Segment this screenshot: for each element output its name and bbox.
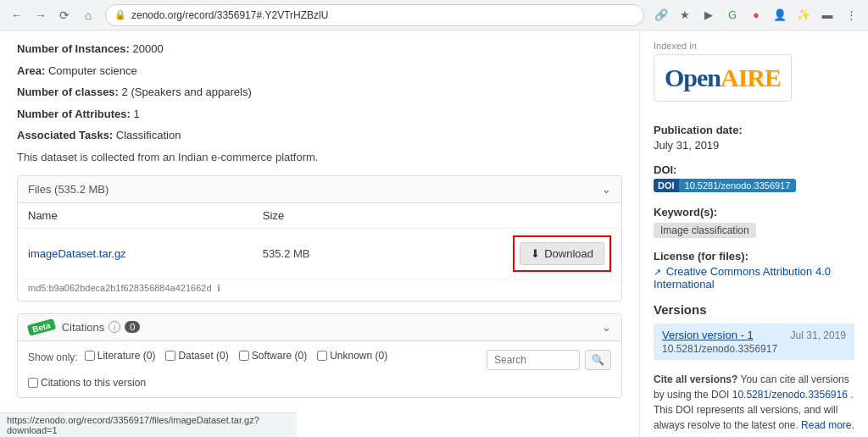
share-icon[interactable]: 🔗 bbox=[651, 5, 671, 25]
keywords-section: Keyword(s): Image classification bbox=[654, 206, 854, 238]
version-name-link[interactable]: Version version - 1 bbox=[662, 329, 754, 341]
forward-button[interactable]: → bbox=[31, 5, 51, 25]
filter-dataset-checkbox[interactable] bbox=[165, 351, 175, 361]
col-name-header: Name bbox=[18, 203, 253, 229]
filter-literature-label: Literature (0) bbox=[97, 350, 156, 362]
attributes-value: 1 bbox=[133, 108, 139, 120]
license-text: Creative Commons Attribution 4.0 Interna… bbox=[654, 265, 831, 290]
citations-title: Citations i 0 bbox=[62, 321, 141, 334]
cite-to-version-label: Citations to this version bbox=[41, 377, 146, 389]
download-cell: ⬇ Download bbox=[387, 228, 621, 279]
version-doi: 10.5281/zenodo.3356917 bbox=[662, 343, 846, 355]
status-url: https://zenodo.org/record/3356917/files/… bbox=[7, 415, 259, 435]
indexed-in-label: Indexed in bbox=[654, 41, 854, 51]
download-label: Download bbox=[544, 247, 593, 260]
tasks-value: Classification bbox=[116, 129, 181, 141]
beta-badge: Beta bbox=[27, 318, 56, 336]
citations-collapse-icon[interactable]: ⌄ bbox=[602, 321, 611, 334]
address-bar[interactable]: 🔒 zenodo.org/record/3356917#.Y2VTrHZBzlU bbox=[105, 4, 644, 26]
table-row: imageDataset.tar.gz 535.2 MB ⬇ Download bbox=[18, 228, 621, 279]
cite-to-version-checkbox[interactable] bbox=[28, 378, 38, 388]
doi-badge[interactable]: DOI 10.5281/zenodo.3356917 bbox=[654, 179, 796, 192]
extension-icon-6[interactable]: ▬ bbox=[817, 5, 837, 25]
tasks-label: Associated Tasks: bbox=[17, 129, 113, 141]
license-link[interactable]: ↗ Creative Commons Attribution 4.0 Inter… bbox=[654, 265, 831, 290]
citations-search-input[interactable] bbox=[487, 350, 580, 370]
doi-section: DOI: DOI 10.5281/zenodo.3356917 bbox=[654, 163, 854, 194]
citations-info-icon[interactable]: i bbox=[108, 321, 120, 333]
pub-date-value: July 31, 2019 bbox=[654, 139, 854, 152]
files-panel: Files (535.2 MB) ⌄ Name Size imageDatase… bbox=[17, 175, 622, 301]
download-highlight: ⬇ Download bbox=[513, 235, 611, 272]
citations-body: Show only: Literature (0) Dataset (0) bbox=[18, 341, 621, 397]
md5-text: md5:b9a062bdeca2b1f628356884a421662d bbox=[28, 283, 212, 293]
read-more-link[interactable]: Read more. bbox=[801, 419, 854, 431]
menu-icon[interactable]: ⋮ bbox=[841, 5, 861, 25]
indexed-in-section: Indexed in OpenAIRE bbox=[654, 41, 854, 112]
classes-line: Number of classes: 2 (Speakers and appar… bbox=[17, 84, 622, 101]
files-header[interactable]: Files (535.2 MB) ⌄ bbox=[18, 176, 621, 203]
area-line: Area: Computer science bbox=[17, 63, 622, 80]
cite-all-label: Cite all versions? bbox=[654, 373, 737, 385]
file-size-cell: 535.2 MB bbox=[253, 228, 387, 279]
version-row: Version version - 1 Jul 31, 2019 bbox=[662, 329, 846, 341]
citations-search-button[interactable]: 🔍 bbox=[585, 350, 611, 370]
citations-header-left: Beta Citations i 0 bbox=[28, 321, 140, 334]
filter-options: Literature (0) Dataset (0) Software (0) bbox=[85, 350, 480, 362]
doi-badge-label: DOI bbox=[654, 179, 679, 192]
extension-icon-4[interactable]: 👤 bbox=[770, 5, 790, 25]
filter-software[interactable]: Software (0) bbox=[239, 350, 307, 362]
pub-date-label: Publication date: bbox=[654, 124, 854, 136]
openaire-logo: OpenAIRE bbox=[654, 54, 792, 102]
description-text: This dataset is collected from an Indian… bbox=[17, 151, 622, 163]
citations-panel: Beta Citations i 0 ⌄ Show only: Literat bbox=[17, 313, 622, 398]
reload-button[interactable]: ⟳ bbox=[54, 5, 75, 25]
filter-software-label: Software (0) bbox=[252, 350, 307, 362]
back-button[interactable]: ← bbox=[7, 5, 27, 25]
citations-header[interactable]: Beta Citations i 0 ⌄ bbox=[18, 314, 621, 341]
nav-buttons: ← → ⟳ ⌂ bbox=[7, 5, 98, 25]
page-layout: Number of Instances: 20000 Area: Compute… bbox=[0, 30, 868, 437]
citations-label: Citations bbox=[62, 321, 105, 334]
doi-label: DOI: bbox=[654, 163, 854, 176]
extension-icon-3[interactable]: ● bbox=[746, 5, 766, 25]
bookmark-icon[interactable]: ★ bbox=[675, 5, 695, 25]
extension-icon-5[interactable]: ✨ bbox=[793, 5, 814, 25]
version-date: Jul 31, 2019 bbox=[791, 329, 846, 341]
download-button[interactable]: ⬇ Download bbox=[520, 242, 604, 265]
version-item: Version version - 1 Jul 31, 2019 10.5281… bbox=[654, 324, 854, 360]
attributes-line: Number of Attributes: 1 bbox=[17, 106, 622, 123]
files-table-header-row: Name Size bbox=[18, 203, 621, 229]
col-size-header: Size bbox=[253, 203, 387, 229]
instances-label: Number of Instances: bbox=[17, 42, 130, 55]
filter-unknown-checkbox[interactable] bbox=[317, 351, 327, 361]
sidebar: Indexed in OpenAIRE Publication date: Ju… bbox=[639, 30, 868, 437]
show-only-row: Show only: Literature (0) Dataset (0) bbox=[28, 350, 611, 370]
md5-row: md5:b9a062bdeca2b1f628356884a421662d ℹ bbox=[18, 279, 621, 301]
extension-icon-1[interactable]: ▶ bbox=[698, 5, 719, 25]
files-collapse-icon[interactable]: ⌄ bbox=[602, 183, 611, 196]
filter-literature[interactable]: Literature (0) bbox=[85, 350, 156, 362]
versions-section: Versions Version version - 1 Jul 31, 201… bbox=[654, 302, 854, 360]
filter-dataset-label: Dataset (0) bbox=[178, 350, 228, 362]
filter-unknown[interactable]: Unknown (0) bbox=[317, 350, 387, 362]
extension-icon-2[interactable]: G bbox=[722, 5, 743, 25]
attributes-label: Number of Attributes: bbox=[17, 108, 131, 120]
md5-info-icon[interactable]: ℹ bbox=[217, 283, 220, 293]
main-content: Number of Instances: 20000 Area: Compute… bbox=[0, 30, 639, 437]
openaire-aire: AIRE bbox=[721, 64, 781, 91]
cite-to-version-option[interactable]: Citations to this version bbox=[28, 377, 611, 389]
home-button[interactable]: ⌂ bbox=[78, 5, 98, 25]
cite-all-section: Cite all versions? You can cite all vers… bbox=[654, 372, 854, 433]
col-action-header bbox=[387, 203, 621, 229]
filter-literature-checkbox[interactable] bbox=[85, 351, 95, 361]
classes-value: 2 (Speakers and apparels) bbox=[122, 86, 252, 98]
instances-value: 20000 bbox=[133, 42, 164, 55]
area-label: Area: bbox=[17, 64, 45, 77]
filter-software-checkbox[interactable] bbox=[239, 351, 249, 361]
openaire-open: Open bbox=[665, 64, 721, 91]
filter-dataset[interactable]: Dataset (0) bbox=[165, 350, 228, 362]
cite-all-doi-link[interactable]: 10.5281/zenodo.3356916 bbox=[732, 389, 848, 401]
file-link[interactable]: imageDataset.tar.gz bbox=[28, 247, 126, 260]
files-table: Name Size imageDataset.tar.gz 535.2 MB bbox=[18, 203, 621, 301]
